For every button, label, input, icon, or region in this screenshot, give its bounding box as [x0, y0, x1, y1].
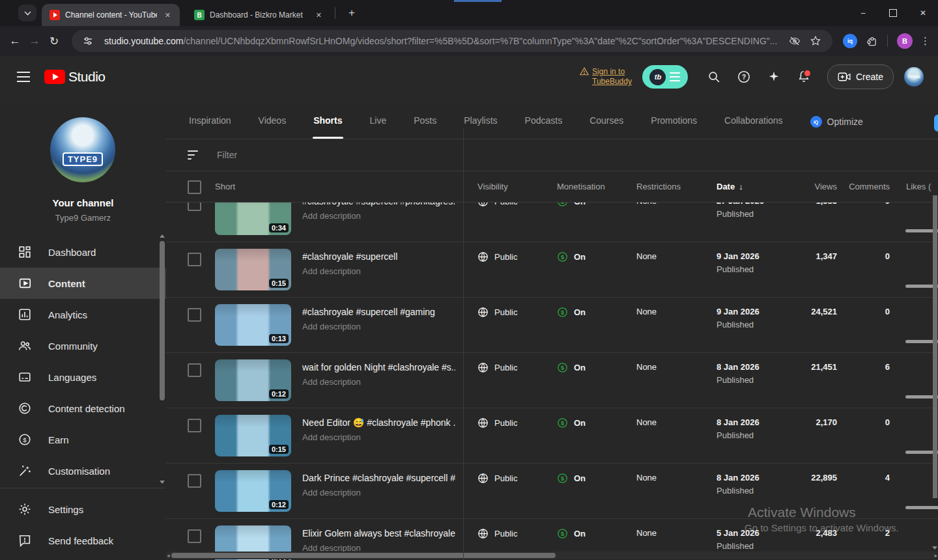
add-description-link[interactable]: Add description [302, 322, 361, 331]
short-thumbnail[interactable]: 0:12 [215, 470, 291, 512]
tab-close-icon[interactable]: ✕ [162, 10, 173, 21]
sidebar-item-content[interactable]: Content [0, 268, 166, 299]
sidebar-item-content-detection[interactable]: Content detection [0, 393, 166, 424]
monetisation-cell[interactable]: $ On [557, 417, 586, 428]
add-description-link[interactable]: Add description [302, 266, 361, 276]
row-checkbox[interactable] [188, 363, 201, 377]
browser-menu-button[interactable]: ⋮ [920, 35, 930, 47]
short-thumbnail[interactable]: 0:15 [215, 415, 291, 456]
short-thumbnail[interactable]: 0:13 [215, 304, 291, 346]
column-likes[interactable]: Likes ( [906, 182, 931, 191]
sidebar-item-customisation[interactable]: Customisation [0, 455, 166, 486]
sidebar-item-dashboard[interactable]: Dashboard [0, 236, 166, 268]
channel-profile-picture[interactable]: TYPE9 [50, 117, 115, 182]
monetisation-cell[interactable]: $ On [557, 528, 586, 539]
row-checkbox[interactable] [188, 203, 201, 211]
monetisation-cell[interactable]: $ On [557, 362, 586, 373]
reload-button[interactable]: ↻ [44, 31, 64, 51]
sidebar-item-community[interactable]: Community [0, 330, 166, 361]
tab-courses[interactable]: Courses [576, 115, 637, 139]
window-close-button[interactable]: ✕ [908, 0, 938, 26]
forward-button[interactable]: → [25, 31, 44, 51]
tubebuddy-toolbar-button[interactable]: tb [642, 65, 688, 89]
add-description-link[interactable]: Add description [302, 377, 361, 387]
eye-off-icon[interactable] [789, 35, 801, 47]
tab-videos[interactable]: Videos [245, 115, 300, 139]
tab-optimize[interactable]: iQ Optimize [797, 116, 877, 139]
tab-playlists[interactable]: Playlists [450, 115, 511, 139]
horizontal-scrollbar[interactable]: ◂ ▸ [166, 552, 938, 559]
tab-shorts[interactable]: Shorts [300, 115, 356, 139]
address-bar[interactable]: studio.youtube.com/channel/UCNhbdqzXbmnR… [72, 30, 832, 52]
tab-search-button[interactable] [18, 5, 36, 21]
vidiq-extension-icon[interactable]: iq [843, 34, 857, 48]
new-tab-button[interactable]: + [348, 7, 355, 20]
row-checkbox[interactable] [188, 419, 201, 432]
browser-profile-avatar[interactable]: B [897, 33, 913, 49]
sidebar-scrollbar[interactable] [160, 241, 165, 400]
visibility-cell[interactable]: Public [477, 528, 517, 539]
horizontal-scroll-thumb[interactable] [171, 553, 556, 558]
short-title[interactable]: wait for golden Night #clashroyale #s... [302, 362, 455, 372]
sidebar-scroll-up-arrow[interactable] [160, 234, 165, 238]
notifications-button[interactable] [791, 64, 817, 90]
monetisation-cell[interactable]: $ On [557, 203, 586, 207]
row-checkbox[interactable] [188, 308, 201, 322]
tab-live[interactable]: Live [356, 115, 401, 139]
search-button[interactable] [701, 64, 727, 90]
url-text[interactable]: studio.youtube.com/channel/UCNhbdqzXbmnR… [104, 36, 784, 46]
browser-tab-inactive[interactable]: B Dashboard - Bizkro Market ✕ [186, 4, 331, 26]
add-description-link[interactable]: Add description [302, 432, 361, 442]
bookmark-star-icon[interactable] [810, 35, 821, 47]
sidebar-item-analytics[interactable]: Analytics [0, 299, 166, 330]
filter-input[interactable]: Filter [217, 150, 237, 160]
window-minimize-button[interactable]: – [848, 0, 878, 26]
sidebar-item-send-feedback[interactable]: Send feedback [0, 525, 166, 556]
visibility-cell[interactable]: Public [477, 473, 517, 484]
menu-hamburger-icon[interactable] [17, 72, 30, 82]
tab-promotions[interactable]: Promotions [637, 115, 711, 139]
add-description-link[interactable]: Add description [302, 488, 361, 497]
vertical-scroll-thumb[interactable] [933, 195, 937, 498]
channel-avatar[interactable]: TYPE9 [904, 67, 924, 87]
window-restore-button[interactable] [878, 0, 908, 26]
row-checkbox[interactable] [188, 474, 201, 488]
visibility-cell[interactable]: Public [477, 417, 517, 428]
tab-inspiration[interactable]: Inspiration [175, 115, 245, 139]
short-title[interactable]: Need Editor 😅 #clashroyale #phonk ... [302, 417, 455, 428]
column-comments[interactable]: Comments [840, 182, 890, 191]
sidebar-item-languages[interactable]: Languages [0, 361, 166, 393]
sparkle-button[interactable] [761, 64, 787, 90]
scroll-left-arrow[interactable]: ◂ [167, 553, 170, 559]
short-title[interactable]: Elixir Golem always best #clashroyale ..… [302, 528, 455, 539]
scroll-right-arrow[interactable]: ▸ [934, 553, 937, 559]
short-thumbnail[interactable]: 0:15 [215, 249, 291, 290]
create-button[interactable]: Create [827, 64, 894, 89]
short-title[interactable]: #clashroyale #supercell #phonkagres... [302, 203, 455, 206]
short-title[interactable]: #clashroyale #supercell #gaming [302, 307, 435, 317]
studio-logo[interactable]: Studio [44, 69, 106, 85]
visibility-cell[interactable]: Public [477, 362, 517, 373]
select-all-checkbox[interactable] [188, 180, 201, 194]
column-monetisation[interactable]: Monetisation [557, 182, 605, 191]
column-visibility[interactable]: Visibility [477, 182, 508, 191]
extensions-icon[interactable] [866, 35, 879, 48]
column-views[interactable]: Views [782, 182, 837, 191]
column-restrictions[interactable]: Restrictions [636, 182, 681, 191]
help-button[interactable]: ? [731, 64, 757, 90]
sidebar-scroll-down-arrow[interactable] [160, 481, 165, 484]
tubebuddy-signin-link[interactable]: Sign in toTubeBuddy [580, 67, 632, 87]
monetisation-cell[interactable]: $ On [557, 473, 586, 484]
short-title[interactable]: #clashroyale #supercell [302, 251, 397, 262]
visibility-cell[interactable]: Public [477, 203, 517, 207]
browser-tab-active[interactable]: Channel content - YouTube Stu ✕ [42, 4, 180, 26]
sidebar-item-settings[interactable]: Settings [0, 494, 166, 525]
visibility-cell[interactable]: Public [477, 307, 517, 318]
monetisation-cell[interactable]: $ On [557, 307, 586, 318]
row-checkbox[interactable] [188, 253, 201, 266]
visibility-cell[interactable]: Public [477, 251, 517, 262]
sidebar-item-earn[interactable]: $ Earn [0, 424, 166, 455]
monetisation-cell[interactable]: $ On [557, 251, 586, 262]
back-button[interactable]: ← [5, 31, 25, 51]
site-settings-icon[interactable] [83, 36, 93, 46]
